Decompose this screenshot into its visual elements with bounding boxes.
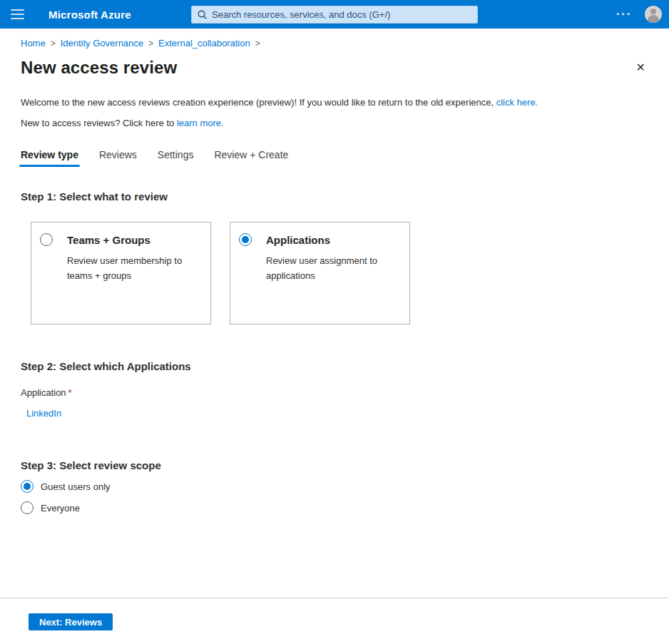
radio-label: Guest users only (41, 481, 111, 492)
breadcrumb-separator: > (255, 39, 260, 48)
tab-reviews[interactable]: Reviews (99, 149, 137, 167)
tab-settings[interactable]: Settings (158, 149, 194, 167)
click-here-link[interactable]: click here. (496, 97, 538, 108)
welcome-text: Welcome to the new access reviews creati… (21, 97, 494, 108)
review-type-cards: Teams + Groups Review user membership to… (31, 222, 648, 324)
breadcrumb: Home > Identity Governance > External_co… (21, 38, 648, 48)
step2-heading: Step 2: Select which Applications (21, 360, 648, 372)
application-field-label: Application* (21, 387, 648, 398)
avatar-person-icon (650, 9, 656, 14)
breadcrumb-separator: > (148, 39, 153, 48)
card-applications[interactable]: Applications Review user assignment to a… (230, 222, 410, 324)
card-title: Teams + Groups (67, 234, 150, 246)
user-avatar[interactable] (645, 6, 662, 23)
radio-everyone[interactable] (21, 501, 34, 514)
more-options-icon[interactable]: ··· (613, 0, 635, 29)
search-input[interactable] (212, 9, 471, 20)
card-description: Review user membership to teams + groups (67, 254, 195, 282)
radio-guest-users-only[interactable] (21, 480, 34, 493)
radio-applications[interactable] (239, 233, 252, 246)
scope-option-everyone[interactable]: Everyone (21, 501, 648, 514)
global-search[interactable] (191, 6, 478, 24)
close-icon[interactable]: ✕ (633, 59, 648, 76)
welcome-message: Welcome to the new access reviews creati… (21, 96, 648, 109)
page: Microsoft Azure ··· Home > Identity Gove… (0, 0, 669, 644)
breadcrumb-separator: > (51, 39, 56, 48)
radio-label: Everyone (41, 503, 80, 513)
breadcrumb-home[interactable]: Home (21, 38, 46, 48)
tab-review-type[interactable]: Review type (21, 149, 78, 167)
tab-review-create[interactable]: Review + Create (214, 149, 288, 167)
card-description: Review user assignment to applications (266, 254, 394, 282)
wizard-tabs: Review type Reviews Settings Review + Cr… (21, 149, 648, 167)
card-title: Applications (266, 234, 330, 246)
scope-option-guest-users[interactable]: Guest users only (21, 480, 648, 493)
intro-text: New to access reviews? Click here to (21, 118, 174, 128)
main-content: Home > Identity Governance > External_co… (0, 29, 669, 514)
selected-application-link[interactable]: LinkedIn (26, 408, 61, 419)
next-reviews-button[interactable]: Next: Reviews (29, 613, 113, 630)
topbar-right: ··· (613, 0, 665, 29)
step3-heading: Step 3: Select review scope (21, 459, 648, 471)
page-title: New access review (21, 58, 177, 78)
app-title[interactable]: Microsoft Azure (48, 9, 131, 21)
radio-teams-groups[interactable] (40, 233, 53, 246)
step1-heading: Step 1: Select what to review (21, 190, 648, 203)
top-header-bar: Microsoft Azure ··· (0, 0, 669, 29)
breadcrumb-external-collaboration[interactable]: External_collaboration (158, 38, 250, 48)
search-icon (198, 10, 207, 19)
required-asterisk: * (68, 387, 72, 398)
breadcrumb-identity-governance[interactable]: Identity Governance (61, 38, 143, 48)
intro-message: New to access reviews? Click here to lea… (21, 117, 648, 130)
learn-more-link[interactable]: learn more. (177, 118, 224, 128)
card-teams-groups[interactable]: Teams + Groups Review user membership to… (31, 222, 211, 324)
hamburger-menu-icon[interactable] (3, 0, 31, 29)
footer-divider (0, 598, 669, 598)
